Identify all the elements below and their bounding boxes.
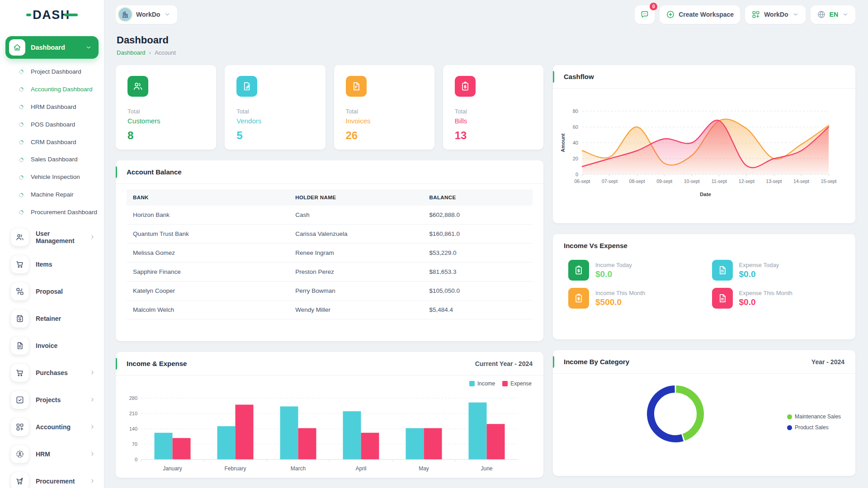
svg-text:10-sept: 10-sept — [684, 178, 700, 184]
table-cell: Malcolm Welch — [127, 300, 289, 319]
sidebar-item-label: Invoice — [36, 342, 96, 349]
stat-card-invoices[interactable]: TotalInvoices26 — [334, 65, 434, 150]
ive-item-income-this-month: Income This Month$500.0 — [568, 288, 701, 309]
chevron-down-icon — [792, 11, 799, 18]
legend-label: Income — [477, 380, 495, 387]
logo-dash-icon — [26, 14, 31, 16]
sidebar-item-project-dashboard[interactable]: Project Dashboard — [0, 63, 104, 81]
table-cell: Preston Perez — [289, 263, 423, 282]
svg-text:April: April — [355, 465, 366, 472]
sidebar-item-items[interactable]: Items — [0, 253, 104, 276]
sidebar-item-hrm[interactable]: HRM — [0, 443, 104, 465]
sidebar-item-label: User Management — [36, 230, 89, 244]
plus-circle-icon — [666, 10, 675, 19]
svg-text:11-sept: 11-sept — [712, 178, 727, 184]
sidebar-item-vehicle-inspection[interactable]: Vehicle Inspection — [0, 169, 104, 186]
sidebar-item-label: Procurement — [36, 478, 89, 485]
sidebar-item-label: Project Dashboard — [31, 68, 81, 76]
cashflow-card: Cashflow 02040608006-sept07-sept08-sept0… — [553, 65, 855, 223]
stat-value: 8 — [127, 129, 204, 142]
stat-card-customers[interactable]: TotalCustomers8 — [116, 65, 216, 150]
sidebar-item-dashboard[interactable]: Dashboard — [5, 36, 99, 59]
table-cell: Horizon Bank — [127, 206, 289, 225]
svg-text:Amount: Amount — [560, 133, 566, 152]
table-cell: Carissa Valenzuela — [289, 225, 423, 244]
svg-text:12-sept: 12-sept — [739, 178, 755, 184]
svg-text:60: 60 — [573, 124, 578, 130]
page-title: Dashboard — [117, 34, 855, 46]
svg-text:07-sept: 07-sept — [602, 178, 618, 184]
sidebar-item-label: Accounting Dashboard — [31, 86, 93, 94]
workspace-switcher[interactable]: WorkDo — [116, 5, 177, 24]
sidebar-item-label: Accounting — [36, 423, 89, 431]
sidebar-item-label: Dashboard — [31, 44, 85, 51]
sidebar-item-projects[interactable]: Projects — [0, 389, 104, 411]
grid-plus-icon — [11, 418, 29, 436]
legend-item-product-sales[interactable]: Product Sales — [787, 424, 841, 431]
chevron-right-icon — [89, 450, 96, 457]
language-button[interactable]: EN — [811, 5, 855, 24]
right-column: Cashflow 02040608006-sept07-sept08-sept0… — [553, 65, 855, 476]
stat-card-bills[interactable]: TotalBills13 — [443, 65, 543, 150]
sidebar-item-accounting-dashboard[interactable]: Accounting Dashboard — [0, 81, 104, 99]
bar-chart-legend: IncomeExpense — [116, 375, 543, 387]
legend-swatch — [469, 381, 475, 386]
stat-value: 5 — [236, 129, 313, 142]
sidebar-item-crm-dashboard[interactable]: CRM Dashboard — [0, 134, 104, 151]
legend-dot — [787, 425, 792, 430]
brand-logo[interactable]: DASH — [0, 0, 104, 30]
account-balance-table: BANKHOLDER NAMEBALANCE Horizon BankCash$… — [127, 189, 533, 319]
workdo-menu-button[interactable]: WorkDo — [745, 5, 805, 24]
table-cell: Wendy Miller — [289, 300, 423, 319]
sidebar-item-invoice[interactable]: Invoice — [0, 334, 104, 357]
sidebar-menu: User ManagementItemsProposalRetainerInvo… — [0, 226, 104, 488]
stat-category: Vendors — [236, 117, 313, 125]
chevron-right-icon — [89, 369, 96, 376]
svg-text:40: 40 — [573, 140, 578, 145]
ive-item-expense-today: Expense Today$0.0 — [712, 260, 845, 281]
column-header-bank: BANK — [127, 189, 289, 206]
breadcrumb-current: Account — [155, 49, 176, 56]
legend-item-maintenance-sales[interactable]: Maintenance Sales — [787, 413, 841, 420]
table-header-row: BANKHOLDER NAMEBALANCE — [127, 189, 533, 206]
chevron-right-icon — [89, 234, 96, 240]
sidebar-item-sales-dashboard[interactable]: Sales Dashboard — [0, 151, 104, 169]
sidebar-item-hrm-dashboard[interactable]: HRM Dashboard — [0, 99, 104, 116]
sidebar-item-retainer[interactable]: Retainer — [0, 307, 104, 330]
sidebar-item-label: Sales Dashboard — [31, 156, 78, 164]
sidebar-item-procurement[interactable]: Procurement — [0, 470, 104, 488]
svg-text:0: 0 — [135, 457, 137, 462]
svg-text:06-sept: 06-sept — [574, 178, 590, 184]
svg-text:70: 70 — [132, 441, 137, 447]
sidebar-item-machine-repair[interactable]: Machine Repair — [0, 186, 104, 204]
table-cell: Quantum Trust Bank — [127, 225, 289, 244]
messages-button[interactable]: 0 — [635, 5, 655, 24]
legend-dot — [787, 414, 792, 419]
legend-item-expense[interactable]: Expense — [502, 380, 532, 387]
svg-text:280: 280 — [129, 395, 137, 401]
sidebar-item-user-management[interactable]: User Management — [0, 226, 104, 249]
breadcrumb-link[interactable]: Dashboard — [117, 49, 146, 56]
ive-label: Income This Month — [595, 290, 645, 296]
chevron-down-icon — [164, 11, 171, 18]
stat-category: Invoices — [346, 117, 423, 125]
sidebar-item-label: Purchases — [36, 369, 89, 376]
left-column: TotalCustomers8TotalVendors5TotalInvoice… — [116, 65, 543, 478]
table-row: Melissa GomezRenee Ingram$53,229.0 — [127, 244, 533, 263]
chevron-down-icon — [842, 11, 849, 18]
svg-text:February: February — [224, 465, 246, 472]
ive-value: $0.0 — [595, 269, 632, 279]
file-pen-icon — [236, 76, 257, 97]
sidebar-item-accounting[interactable]: Accounting — [0, 416, 104, 438]
ring-icon — [18, 174, 24, 181]
create-workspace-button[interactable]: Create Workspace — [660, 5, 740, 24]
legend-item-income[interactable]: Income — [469, 380, 495, 387]
chat-icon — [640, 10, 649, 19]
sidebar-item-procurement-dashboard[interactable]: Procurement Dashboard — [0, 204, 104, 221]
stat-card-vendors[interactable]: TotalVendors5 — [225, 65, 325, 150]
sidebar-item-purchases[interactable]: Purchases — [0, 361, 104, 384]
sidebar-item-pos-dashboard[interactable]: POS Dashboard — [0, 116, 104, 134]
ring-icon — [18, 69, 24, 75]
page-head: Dashboard Dashboard › Account — [117, 34, 855, 56]
sidebar-item-proposal[interactable]: Proposal — [0, 280, 104, 303]
